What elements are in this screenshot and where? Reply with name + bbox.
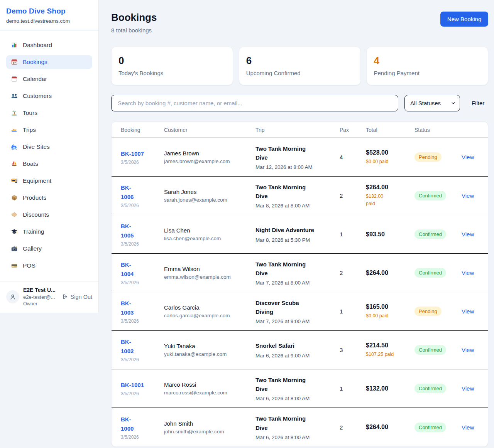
status-cell: Pending bbox=[414, 152, 462, 162]
trip-cell: Two Tank Morning Dive Mar 12, 2026 at 8:… bbox=[255, 144, 340, 170]
booking-id-link[interactable]: BK- 1000 bbox=[121, 415, 159, 433]
sidebar-item-label: Tours bbox=[23, 109, 37, 116]
status-badge: Confirmed bbox=[414, 229, 446, 239]
total-cell: $165.00 $0.00 paid bbox=[366, 303, 414, 320]
trip-cell: Two Tank Morning Dive Mar 8, 2026 at 8:0… bbox=[255, 183, 340, 209]
user-box: E2E Test U... e2e-tester@... Owner Sign … bbox=[0, 281, 98, 313]
customer-name: Sarah Jones bbox=[164, 189, 251, 195]
total-cell: $264.00 $132.00 paid bbox=[366, 184, 414, 207]
booking-date: 3/5/2026 bbox=[121, 318, 159, 324]
pax-value: 1 bbox=[340, 231, 366, 237]
sidebar-item-label: Trips bbox=[23, 126, 36, 133]
user-meta: E2E Test U... e2e-tester@... Owner bbox=[23, 287, 58, 307]
trip-name: Discover Scuba Diving bbox=[255, 298, 335, 317]
sidebar-item-label: Dive Sites bbox=[23, 143, 50, 150]
booking-id-link[interactable]: BK-1007 bbox=[121, 149, 159, 158]
page-title: Bookings bbox=[111, 12, 157, 24]
booking-date: 3/5/2026 bbox=[121, 280, 159, 285]
total-cell: $93.50 bbox=[366, 231, 414, 238]
sign-out-button[interactable]: Sign Out bbox=[62, 293, 92, 300]
sidebar-item-pos[interactable]: POS bbox=[6, 259, 92, 273]
main-content: Bookings 8 total bookings New Booking 0 … bbox=[99, 0, 494, 448]
credit-card-icon bbox=[11, 262, 18, 269]
sidebar-item-label: Dashboard bbox=[23, 42, 52, 49]
new-booking-button[interactable]: New Booking bbox=[440, 12, 488, 27]
column-header-trip: Trip bbox=[255, 127, 340, 133]
booking-cell: BK- 1003 3/5/2026 bbox=[121, 299, 164, 324]
camera-icon bbox=[11, 245, 18, 252]
trip-datetime: Mar 6, 2026 at 8:00 AM bbox=[255, 435, 335, 440]
sidebar-item-bookings[interactable]: 17 Bookings bbox=[6, 55, 92, 69]
view-link[interactable]: View bbox=[462, 231, 479, 237]
sidebar-item-products[interactable]: Products bbox=[6, 191, 92, 205]
booking-id-link[interactable]: BK- 1002 bbox=[121, 337, 159, 356]
filter-button[interactable]: Filter bbox=[472, 100, 484, 106]
sidebar-item-customers[interactable]: Customers bbox=[6, 89, 92, 103]
booking-id-link[interactable]: BK- 1006 bbox=[121, 183, 159, 202]
speedboat-icon bbox=[11, 126, 18, 133]
tag-icon bbox=[11, 211, 18, 218]
view-link[interactable]: View bbox=[462, 269, 479, 276]
sidebar-nav: Dashboard 17 Bookings Calendar Customers… bbox=[0, 30, 98, 281]
booking-id-link[interactable]: BK- 1005 bbox=[121, 222, 159, 240]
trip-cell: Discover Scuba Diving Mar 7, 2026 at 9:0… bbox=[255, 298, 340, 325]
view-link[interactable]: View bbox=[462, 347, 479, 353]
sidebar-item-discounts[interactable]: Discounts bbox=[6, 208, 92, 222]
trip-cell: Snorkel Safari Mar 6, 2026 at 9:00 AM bbox=[255, 341, 340, 358]
trip-cell: Night Dive Adventure Mar 8, 2026 at 5:30… bbox=[255, 226, 340, 243]
sidebar-item-dashboard[interactable]: Dashboard bbox=[6, 38, 92, 52]
trip-name: Two Tank Morning Dive bbox=[255, 183, 335, 201]
pax-value: 1 bbox=[340, 308, 366, 315]
booking-id-link[interactable]: BK- 1003 bbox=[121, 299, 159, 317]
booking-date: 3/5/2026 bbox=[121, 160, 159, 165]
stat-value: 4 bbox=[374, 55, 481, 67]
dive-mask-icon bbox=[11, 177, 18, 184]
sidebar-item-label: Equipment bbox=[23, 177, 51, 184]
booking-cell: BK-1007 3/5/2026 bbox=[121, 149, 164, 165]
stat-label: Pending Payment bbox=[374, 70, 481, 76]
booking-id-link[interactable]: BK-1001 bbox=[121, 381, 159, 390]
sidebar-item-calendar[interactable]: Calendar bbox=[6, 72, 92, 86]
status-cell: Pending bbox=[414, 307, 462, 316]
view-link[interactable]: View bbox=[462, 154, 479, 160]
calendar-icon: 17 bbox=[11, 59, 18, 66]
page-header: Bookings 8 total bookings New Booking bbox=[111, 12, 488, 34]
search-input[interactable] bbox=[111, 95, 398, 111]
status-cell: Confirmed bbox=[414, 268, 462, 278]
sidebar-item-dive-sites[interactable]: Dive Sites bbox=[6, 140, 92, 154]
sidebar-item-label: Boats bbox=[23, 160, 38, 167]
view-link[interactable]: View bbox=[462, 192, 479, 199]
table-row: BK- 1006 3/5/2026 Sarah Jones sarah.jone… bbox=[112, 177, 488, 215]
brand-domain: demo.test.divestreams.com bbox=[6, 18, 92, 24]
column-header-status: Status bbox=[414, 127, 462, 133]
sidebar-item-training[interactable]: Training bbox=[6, 225, 92, 239]
booking-date: 3/5/2026 bbox=[121, 241, 159, 247]
view-link[interactable]: View bbox=[462, 308, 479, 315]
view-link[interactable]: View bbox=[462, 424, 479, 431]
brand-block: Demo Dive Shop demo.test.divestreams.com bbox=[0, 0, 98, 30]
page-title-block: Bookings 8 total bookings bbox=[111, 12, 157, 34]
sidebar-item-tours[interactable]: Tours bbox=[6, 106, 92, 120]
customer-cell: James Brown james.brown@example.com bbox=[164, 150, 255, 164]
status-badge: Confirmed bbox=[414, 268, 446, 278]
booking-id-link[interactable]: BK- 1004 bbox=[121, 260, 159, 279]
view-link[interactable]: View bbox=[462, 385, 479, 392]
sidebar-item-equipment[interactable]: Equipment bbox=[6, 174, 92, 188]
customer-cell: Carlos Garcia carlos.garcia@example.com bbox=[164, 304, 255, 318]
sidebar-item-boats[interactable]: Boats bbox=[6, 157, 92, 171]
pax-value: 1 bbox=[340, 385, 366, 392]
pax-value: 2 bbox=[340, 192, 366, 199]
customer-email: yuki.tanaka@example.com bbox=[164, 351, 251, 357]
sidebar-item-label: Discounts bbox=[23, 211, 49, 218]
sidebar-item-gallery[interactable]: Gallery bbox=[6, 242, 92, 256]
total-cell: $264.00 bbox=[366, 424, 414, 431]
customer-name: John Smith bbox=[164, 420, 251, 427]
total-amount: $264.00 bbox=[366, 424, 410, 431]
sidebar-item-label: Bookings bbox=[23, 59, 47, 66]
total-amount: $264.00 bbox=[366, 269, 410, 276]
total-amount: $165.00 bbox=[366, 303, 410, 310]
sidebar-item-label: Calendar bbox=[23, 76, 47, 83]
status-select[interactable]: All Statuses bbox=[404, 95, 460, 111]
sidebar-item-trips[interactable]: Trips bbox=[6, 123, 92, 137]
status-cell: Confirmed bbox=[414, 384, 462, 393]
